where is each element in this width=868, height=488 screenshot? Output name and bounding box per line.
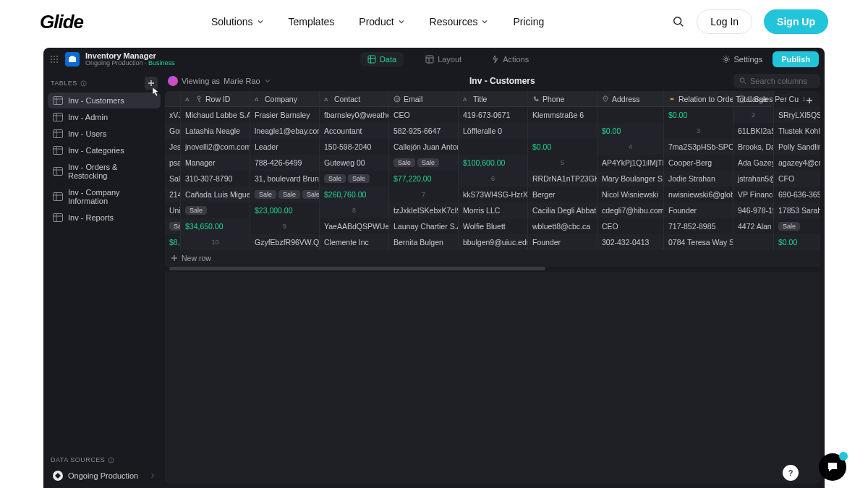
viewing-as[interactable]: Viewing as Marie Rao xyxy=(165,76,271,86)
cell-email[interactable]: lneagle1@ebay.com xyxy=(250,123,320,139)
cell-relation[interactable]: Sale xyxy=(774,218,820,234)
nav-solutions[interactable]: Solutions xyxy=(211,16,264,27)
row-number[interactable]: 7 xyxy=(389,187,459,202)
signup-button[interactable]: Sign Up xyxy=(764,9,828,34)
settings-link[interactable]: Settings xyxy=(722,55,763,64)
column-header[interactable]: ARow ID xyxy=(181,91,250,107)
cell-address[interactable]: Löffleralle 0 xyxy=(459,123,528,139)
app-logo-icon[interactable] xyxy=(65,52,80,67)
nav-pricing[interactable]: Pricing xyxy=(513,16,544,27)
nav-templates[interactable]: Templates xyxy=(289,16,335,27)
cell-phone[interactable]: 717-852-8985 xyxy=(664,218,733,234)
cell-rowid[interactable]: tzJxkIeISKebxK7cI9T2 xyxy=(389,202,459,218)
column-header[interactable]: ACompany xyxy=(250,91,320,107)
cell-contact[interactable]: Nicol Wisniewski xyxy=(597,187,664,202)
cell-large[interactable]: $77,220.00 xyxy=(389,171,459,187)
sidebar-table-item[interactable]: Inv - Orders & Restocking xyxy=(48,159,161,184)
cell-relation[interactable]: SaleSale xyxy=(389,155,459,171)
cell-title[interactable]: Leader xyxy=(250,139,320,155)
cell-rowid[interactable]: GzyfEbzfR96VW.Q9gg xyxy=(250,234,320,250)
sidebar-table-item[interactable]: Inv - Users xyxy=(48,126,161,142)
cell-company[interactable]: Clemente Inc xyxy=(320,234,389,250)
cell-large[interactable]: $260,760.00 xyxy=(320,187,389,202)
row-number[interactable]: 3 xyxy=(664,123,733,139)
cell-phone[interactable]: 788-426-6499 xyxy=(250,155,320,171)
tab-data[interactable]: Data xyxy=(360,52,404,67)
cell-relation[interactable] xyxy=(733,234,774,250)
cell-email[interactable]: jstrahan5@buzzfeed.co xyxy=(733,171,774,187)
cell-relation[interactable]: SaleSaleSale xyxy=(250,187,320,202)
cell-address[interactable]: Unit 1961 Box 1057 xyxy=(165,202,181,218)
cell-company[interactable]: Tlustek Kohl KG xyxy=(774,123,820,139)
cell-contact[interactable]: Wolfie Bluett xyxy=(459,218,528,234)
tab-layout[interactable]: Layout xyxy=(418,52,469,67)
nav-resources[interactable]: Resources xyxy=(430,16,489,27)
cell-contact[interactable]: Bernita Bulgen xyxy=(389,234,459,250)
grip-icon[interactable] xyxy=(49,54,59,64)
cell-contact[interactable]: Cacilia Degli Abbati xyxy=(528,202,597,218)
sidebar-table-item[interactable]: Inv - Admin xyxy=(48,109,161,125)
cell-contact[interactable]: Polly Sandlin xyxy=(774,139,820,155)
column-search[interactable]: Search columns xyxy=(733,74,820,88)
search-icon[interactable] xyxy=(672,15,685,28)
cell-email[interactable]: wbluett8@cbc.ca xyxy=(528,218,597,234)
cell-large[interactable]: $0.00 xyxy=(528,139,597,155)
add-column-button[interactable] xyxy=(803,94,816,107)
cell-title[interactable]: Founder xyxy=(664,202,733,218)
cell-address[interactable]: Callejón Juan Antonio A xyxy=(389,139,459,155)
cell-large[interactable]: $0.00 xyxy=(664,107,733,123)
cell-address[interactable]: Cañada Luis Miguel Rib xyxy=(181,187,250,202)
sidebar-table-item[interactable]: Inv - Reports xyxy=(48,210,161,226)
cell-contact[interactable]: Frasier Barnsley xyxy=(250,107,320,123)
cell-phone[interactable]: 302-432-0413 xyxy=(597,234,664,250)
tab-actions[interactable]: Actions xyxy=(483,52,536,67)
row-number[interactable]: 8 xyxy=(320,202,389,218)
cell-rowid[interactable]: YaeAABdQSPWUebMc xyxy=(320,218,389,234)
cell-title[interactable]: Manager xyxy=(181,155,250,171)
cell-company[interactable]: Mary Boulanger S.A.S. xyxy=(597,171,664,187)
chat-button[interactable] xyxy=(819,453,846,481)
login-button[interactable]: Log In xyxy=(697,9,752,34)
cell-contact[interactable]: Jessie Novelli xyxy=(165,139,181,155)
cell-title[interactable]: CFO xyxy=(774,171,820,187)
column-header[interactable]: AContact xyxy=(320,91,389,107)
cell-company[interactable]: Berger xyxy=(528,187,597,202)
cell-title[interactable]: VP Finance xyxy=(733,187,774,202)
cell-address[interactable]: 17853 Sarah Row Apt. xyxy=(774,202,820,218)
cell-email[interactable]: fbarnsley0@weather.co xyxy=(320,107,389,123)
row-number[interactable]: 5 xyxy=(528,155,597,171)
cell-address[interactable]: Guteweg 00 xyxy=(320,155,389,171)
cell-relation[interactable] xyxy=(459,139,528,155)
cell-rowid[interactable]: 7ma2S3pHSb-SPOa2Y xyxy=(664,139,733,155)
cell-phone[interactable]: 214-188-1379 xyxy=(165,187,181,202)
cell-address[interactable]: 0784 Teresa Way Suite xyxy=(664,234,733,250)
cell-rowid[interactable]: RRDrNA1nTP23GKAEY xyxy=(528,171,597,187)
cell-large[interactable]: $8,344.00 xyxy=(165,234,181,250)
cell-company[interactable]: Gonzalez and Sons xyxy=(165,123,181,139)
cell-title[interactable]: CEO xyxy=(597,218,664,234)
cell-phone[interactable]: 310-307-8790 xyxy=(181,171,250,187)
sidebar-table-item[interactable]: Inv - Categories xyxy=(48,142,161,158)
cell-rowid[interactable]: xVJuob8jSjmO-vb-6.q xyxy=(165,107,181,123)
cell-phone[interactable]: 582-925-6647 xyxy=(389,123,459,139)
column-header[interactable]: ATitle xyxy=(459,91,528,107)
cell-large[interactable]: $100,600.00 xyxy=(459,155,528,171)
cell-phone[interactable]: 419-673-0671 xyxy=(459,107,528,123)
cell-title[interactable]: Sales xyxy=(165,171,181,187)
cell-phone[interactable]: 946-978-1938 xyxy=(733,202,774,218)
cell-email[interactable]: psandlin3@etsy.com xyxy=(165,155,181,171)
row-number[interactable]: 6 xyxy=(459,171,528,187)
scrollbar-thumb[interactable] xyxy=(169,267,545,270)
cell-large[interactable]: $23,000.00 xyxy=(250,202,320,218)
column-header[interactable]: Phone xyxy=(528,91,597,107)
cell-email[interactable]: agazey4@cnn.com xyxy=(774,155,820,171)
cell-relation[interactable] xyxy=(528,123,597,139)
cell-email[interactable]: jnovelli2@com.com xyxy=(181,139,250,155)
sidebar-table-item[interactable]: Inv - Customers xyxy=(48,93,161,108)
nav-product[interactable]: Product xyxy=(359,16,404,27)
cell-relation[interactable]: Sale xyxy=(181,202,250,218)
cell-relation[interactable] xyxy=(597,107,664,123)
row-number[interactable]: 4 xyxy=(597,139,664,155)
column-header[interactable]: Relation to Orders xyxy=(664,91,733,107)
cell-large[interactable]: $0.00 xyxy=(774,234,820,250)
